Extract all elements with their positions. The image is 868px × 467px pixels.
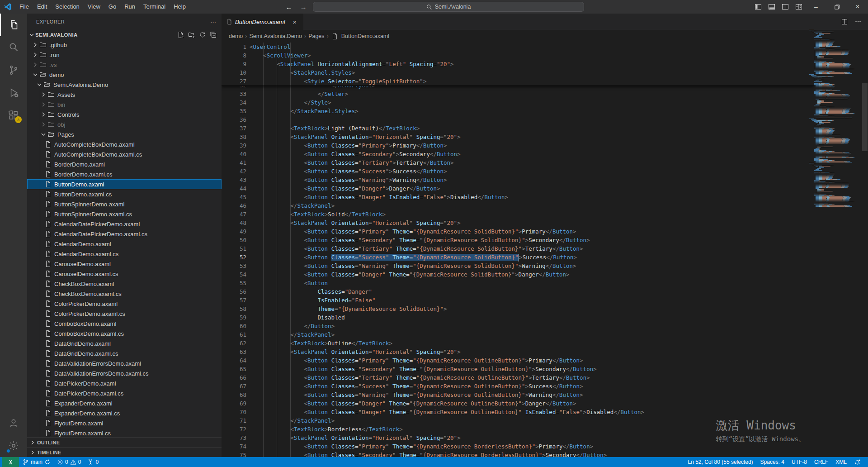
tree-item-datavalidationerrorsdemo-axaml[interactable]: DataValidationErrorsDemo.axaml — [27, 358, 222, 368]
tree-item-pages[interactable]: Pages — [27, 129, 222, 139]
code-line[interactable]: 63 <StackPanel Orientation="Horizontal" … — [222, 348, 868, 356]
code-line[interactable]: 56 Classes="Danger" — [222, 287, 868, 296]
code-line[interactable]: 62 <TextBlock>Outline</TextBlock> — [222, 339, 868, 348]
line-number[interactable]: 41 — [222, 158, 246, 167]
line-number[interactable]: 44 — [222, 184, 246, 193]
line-number[interactable]: 51 — [222, 244, 246, 253]
command-center-search[interactable]: Semi.Avalonia — [313, 2, 584, 12]
breadcrumb-item[interactable]: Pages — [308, 33, 324, 39]
code-line[interactable]: 51 <Button Classes="Tertiary" Theme="{Dy… — [222, 244, 868, 253]
tree-item-expanderdemo-axaml[interactable]: ExpanderDemo.axaml — [27, 398, 222, 408]
status-indentation[interactable]: Spaces: 4 — [758, 457, 787, 467]
line-number[interactable]: 68 — [222, 391, 246, 399]
line-number[interactable]: 64 — [222, 356, 246, 365]
sticky-scroll[interactable]: 1<UserControl8 <ScrollViewer>9 <StackPan… — [222, 43, 814, 86]
tree-item-autocompleteboxdemo-axaml[interactable]: AutoCompleteBoxDemo.axaml — [27, 139, 222, 149]
status-git-branch-status[interactable]: main — [20, 457, 53, 467]
line-number[interactable]: 60 — [222, 322, 246, 330]
code-line[interactable]: 48 <StackPanel Orientation="Horizontal" … — [222, 219, 868, 227]
code-line[interactable]: 46 </StackPanel> — [222, 201, 868, 210]
tree-item-calendardatepickerdemo-axaml-cs[interactable]: CalendarDatePickerDemo.axaml.cs — [27, 229, 222, 239]
tree-item-checkboxdemo-axaml[interactable]: CheckBoxDemo.axaml — [27, 279, 222, 289]
activity-account-icon[interactable] — [0, 412, 27, 434]
code-line[interactable]: 57 IsEnabled="False" — [222, 296, 868, 305]
line-number[interactable]: 75 — [222, 451, 246, 457]
code-line[interactable]: 53 <Button Classes="Warning" Theme="{Dyn… — [222, 262, 868, 270]
menu-file[interactable]: File — [15, 0, 33, 14]
code-line[interactable]: 43 <Button Classes="Warning">Warning</Bu… — [222, 176, 868, 184]
code-line[interactable]: 34 </Style> — [222, 98, 868, 107]
code-line[interactable]: 39 <Button Classes="Primary">Primary</Bu… — [222, 141, 868, 150]
minimap[interactable] — [809, 30, 854, 207]
tree-item-assets[interactable]: Assets — [27, 90, 222, 100]
tree-item-flyoutdemo-axaml-cs[interactable]: FlyoutDemo.axaml.cs — [27, 428, 222, 437]
status-eol-sequence[interactable]: CRLF — [811, 457, 831, 467]
code-line[interactable]: 65 <Button Classes="Secondary" Theme="{D… — [222, 365, 868, 373]
code-line[interactable]: 58 Theme="{DynamicResource SolidButton}"… — [222, 305, 868, 313]
breadcrumb-item[interactable]: Semi.Avalonia.Demo — [249, 33, 302, 39]
toggle-sidebar-button[interactable] — [751, 0, 765, 14]
sidebar-more-actions-button[interactable]: ⋯ — [210, 19, 216, 25]
tree-item-buttondemo-axaml[interactable]: ButtonDemo.axaml — [27, 179, 222, 189]
navigate-forward-button[interactable]: → — [298, 3, 308, 11]
tree-item-expanderdemo-axaml-cs[interactable]: ExpanderDemo.axaml.cs — [27, 408, 222, 418]
tree-item-colorpickerdemo-axaml-cs[interactable]: ColorPickerDemo.axaml.cs — [27, 309, 222, 319]
line-number[interactable]: 38 — [222, 133, 246, 141]
split-editor-button[interactable] — [841, 18, 848, 25]
line-number[interactable]: 45 — [222, 193, 246, 201]
tab-buttondemo[interactable]: ButtonDemo.axaml × — [222, 14, 303, 30]
line-number[interactable]: 35 — [222, 107, 246, 115]
code-line[interactable]: 27 <Style Selector="ToggleSplitButton"> — [222, 77, 814, 86]
tree-item-carouseldemo-axaml[interactable]: CarouselDemo.axaml — [27, 259, 222, 269]
tree-item-bin[interactable]: bin — [27, 100, 222, 110]
line-number[interactable]: 69 — [222, 399, 246, 408]
line-number[interactable]: 62 — [222, 339, 246, 348]
breadcrumb-item[interactable]: ButtonDemo.axaml — [341, 33, 389, 39]
tree-item-buttonspinnerdemo-axaml-cs[interactable]: ButtonSpinnerDemo.axaml.cs — [27, 209, 222, 219]
code-line[interactable]: 45 <Button Classes="Danger" IsEnabled="F… — [222, 193, 868, 201]
line-number[interactable]: 58 — [222, 305, 246, 313]
line-number[interactable]: 50 — [222, 236, 246, 244]
tree-item-datavalidationerrorsdemo-axaml-cs[interactable]: DataValidationErrorsDemo.axaml.cs — [27, 368, 222, 378]
code-line[interactable]: 49 <Button Classes="Primary" Theme="{Dyn… — [222, 227, 868, 236]
line-number[interactable]: 55 — [222, 279, 246, 287]
line-number[interactable]: 33 — [222, 90, 246, 98]
code-line[interactable]: 47 <TextBlock>Solid</TextBlock> — [222, 210, 868, 219]
tree-item-buttonspinnerdemo-axaml[interactable]: ButtonSpinnerDemo.axaml — [27, 199, 222, 209]
line-number[interactable]: 73 — [222, 434, 246, 442]
new-file-button[interactable] — [177, 31, 184, 38]
tree-item-calendardatepickerdemo-axaml[interactable]: CalendarDatePickerDemo.axaml — [27, 219, 222, 229]
line-number[interactable]: 43 — [222, 176, 246, 184]
line-number[interactable]: 27 — [222, 77, 246, 86]
code-line[interactable]: 50 <Button Classes="Secondary" Theme="{D… — [222, 236, 868, 244]
code-line[interactable]: 64 <Button Classes="Primary" Theme="{Dyn… — [222, 356, 868, 365]
editor-scrollbar[interactable] — [862, 30, 868, 457]
line-number[interactable]: 36 — [222, 115, 246, 124]
tree-item-calendardemo-axaml[interactable]: CalendarDemo.axaml — [27, 239, 222, 249]
code-line[interactable]: 55 <Button — [222, 279, 868, 287]
code-line[interactable]: 41 <Button Classes="Tertiary">Tertiary</… — [222, 158, 868, 167]
menu-help[interactable]: Help — [170, 0, 190, 14]
menu-selection[interactable]: Selection — [51, 0, 83, 14]
line-number[interactable]: 74 — [222, 442, 246, 451]
status-encoding[interactable]: UTF-8 — [789, 457, 810, 467]
line-number[interactable]: 46 — [222, 201, 246, 210]
tree-item-colorpickerdemo-axaml[interactable]: ColorPickerDemo.axaml — [27, 299, 222, 309]
line-number[interactable]: 8 — [222, 51, 246, 60]
scrollbar-slider[interactable] — [862, 83, 868, 151]
code-line[interactable]: 40 <Button Classes="Secondary">Secondary… — [222, 150, 868, 158]
tree-item-borderdemo-axaml-cs[interactable]: BorderDemo.axaml.cs — [27, 169, 222, 179]
toggle-panel-button[interactable] — [765, 0, 778, 14]
close-button[interactable]: × — [847, 0, 868, 14]
tree-item--vs[interactable]: .vs — [27, 60, 222, 70]
tree-item--github[interactable]: .github — [27, 40, 222, 50]
tree-item-datepickerdemo-axaml-cs[interactable]: DatePickerDemo.axaml.cs — [27, 388, 222, 398]
menu-edit[interactable]: Edit — [33, 0, 51, 14]
tree-item-semi-avalonia-demo[interactable]: Semi.Avalonia.Demo — [27, 80, 222, 90]
tree-item-calendardemo-axaml-cs[interactable]: CalendarDemo.axaml.cs — [27, 249, 222, 259]
code-line[interactable]: 9 <StackPanel HorizontalAlignment="Left"… — [222, 60, 814, 68]
activity-run-debug-icon[interactable] — [0, 81, 27, 104]
tree-item-borderdemo-axaml[interactable]: BorderDemo.axaml — [27, 159, 222, 169]
line-number[interactable]: 70 — [222, 408, 246, 416]
activity-explorer-icon[interactable] — [0, 14, 27, 36]
